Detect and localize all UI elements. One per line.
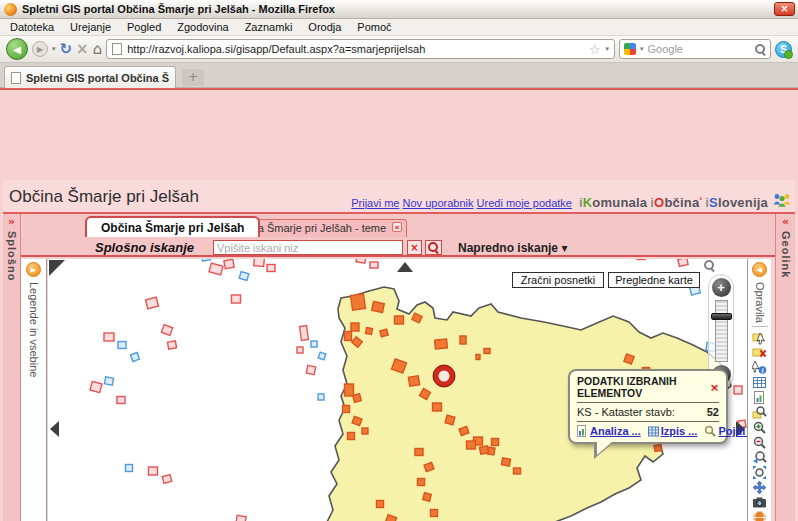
header-link-2[interactable]: Uredi moje podatke (477, 197, 572, 209)
tab-close-icon[interactable]: × (392, 222, 402, 232)
search-clear-button[interactable]: × (407, 240, 422, 255)
expand-legend-icon[interactable]: ▶ (26, 262, 41, 277)
pan-north-icon[interactable] (397, 262, 413, 272)
collapse-left-icon[interactable]: « (776, 214, 795, 228)
menu-item-1[interactable]: Urejanje (62, 20, 119, 34)
building[interactable] (484, 349, 490, 354)
building[interactable] (476, 355, 480, 360)
search-go-button[interactable] (425, 240, 442, 255)
collapse-right-icon[interactable]: » (3, 214, 20, 228)
map-canvas[interactable]: Zračni posnetki Pregledne karte + − PODA… (48, 259, 747, 521)
building[interactable] (351, 294, 366, 311)
back-button[interactable]: ◀ (6, 38, 28, 60)
history-dropdown-icon[interactable]: ▾ (52, 45, 56, 53)
building[interactable] (654, 444, 662, 451)
reload-button[interactable]: ↻ (60, 40, 73, 58)
building[interactable] (90, 381, 102, 392)
building[interactable] (678, 259, 688, 266)
pan-icon[interactable] (752, 480, 768, 495)
full-extent-icon[interactable] (752, 465, 768, 480)
building[interactable] (131, 353, 140, 362)
stop-button[interactable]: × (76, 40, 89, 58)
menu-item-5[interactable]: Orodja (300, 20, 349, 34)
building[interactable] (167, 341, 176, 349)
menu-item-4[interactable]: Zaznamki (237, 20, 301, 34)
bookmark-star-icon[interactable]: ☆ (589, 42, 601, 57)
url-dropdown-icon[interactable]: ▾ (605, 45, 609, 53)
tab-obcina-smarje[interactable]: Občina Šmarje pri Jelšah (85, 216, 260, 237)
building[interactable] (254, 259, 265, 266)
building[interactable] (117, 397, 125, 404)
browser-tab[interactable]: Spletni GIS portal Občina Šmarje pri ... (4, 66, 176, 88)
select-icon[interactable] (752, 330, 768, 345)
building[interactable] (201, 259, 210, 261)
window-close-button[interactable]: × (774, 2, 795, 16)
pan-west-icon[interactable] (50, 421, 59, 437)
building[interactable] (418, 479, 425, 486)
popup-link-table[interactable]: Izpis ... (648, 425, 698, 437)
expand-tasks-icon[interactable]: ◀ (752, 262, 767, 277)
building[interactable] (104, 333, 114, 341)
building[interactable] (162, 475, 172, 484)
report-icon[interactable] (752, 390, 768, 405)
building[interactable] (479, 446, 488, 455)
building[interactable] (356, 259, 366, 263)
zoom-to-selection-icon[interactable] (752, 405, 768, 420)
building[interactable] (408, 376, 419, 387)
building[interactable] (351, 323, 359, 331)
building[interactable] (431, 510, 438, 517)
address-bar[interactable]: http://razvoj.kaliopa.si/gisapp/Default.… (106, 39, 615, 59)
building[interactable] (224, 259, 234, 268)
logo-iobcina[interactable]: iObčina³ (650, 195, 702, 210)
building[interactable] (370, 262, 378, 268)
building[interactable] (345, 384, 354, 396)
skype-icon[interactable]: S (775, 41, 792, 58)
web-search-placeholder[interactable]: Google (648, 43, 751, 55)
building[interactable] (297, 347, 303, 353)
menu-item-6[interactable]: Pomoč (349, 20, 399, 34)
menu-item-0[interactable]: Datoteka (2, 20, 62, 34)
menu-item-2[interactable]: Pogled (119, 20, 169, 34)
url-text[interactable]: http://razvoj.kaliopa.si/gisapp/Default.… (127, 43, 584, 55)
previous-extent-icon[interactable] (752, 450, 768, 465)
building[interactable] (209, 263, 223, 275)
popup-close-icon[interactable]: × (710, 381, 719, 394)
building[interactable] (146, 297, 159, 309)
building[interactable] (318, 394, 324, 400)
search-input[interactable] (213, 240, 403, 255)
corner-wedge-icon[interactable] (49, 260, 65, 276)
header-link-1[interactable]: Nov uporabnik (403, 197, 474, 209)
building[interactable] (460, 336, 466, 344)
building[interactable] (236, 515, 246, 521)
building[interactable] (343, 406, 350, 413)
web-search-box[interactable]: ▾ Google (619, 39, 771, 59)
sidebar-strip-geolink[interactable]: « Geolink (775, 214, 795, 521)
building[interactable] (362, 428, 368, 434)
building[interactable] (514, 468, 521, 474)
building[interactable] (380, 329, 388, 337)
building[interactable] (395, 316, 404, 324)
building[interactable] (377, 501, 384, 508)
panel-tasks[interactable]: ◀ Opravila i (747, 259, 771, 521)
engine-dropdown-icon[interactable]: ▾ (640, 45, 644, 53)
building[interactable] (624, 354, 634, 364)
building[interactable] (126, 465, 133, 472)
building[interactable] (318, 352, 326, 360)
menu-item-3[interactable]: Zgodovina (169, 20, 236, 34)
building[interactable] (306, 365, 315, 374)
zoom-out-icon[interactable] (752, 435, 768, 450)
home-button[interactable]: ⌂ (93, 40, 103, 58)
zoom-slider-track[interactable] (715, 300, 728, 362)
building[interactable] (345, 332, 352, 341)
zoom-in-button[interactable]: + (712, 278, 731, 297)
building[interactable] (433, 403, 442, 411)
building[interactable] (501, 458, 510, 466)
google-engine-icon[interactable] (624, 43, 636, 55)
new-tab-button[interactable]: + (182, 69, 204, 86)
building[interactable] (300, 326, 309, 341)
building[interactable] (637, 259, 645, 260)
building[interactable] (353, 394, 362, 403)
header-link-0[interactable]: Prijavi me (351, 197, 399, 209)
building[interactable] (232, 295, 241, 303)
sidebar-strip-splosno[interactable]: » Splošno (3, 214, 21, 521)
